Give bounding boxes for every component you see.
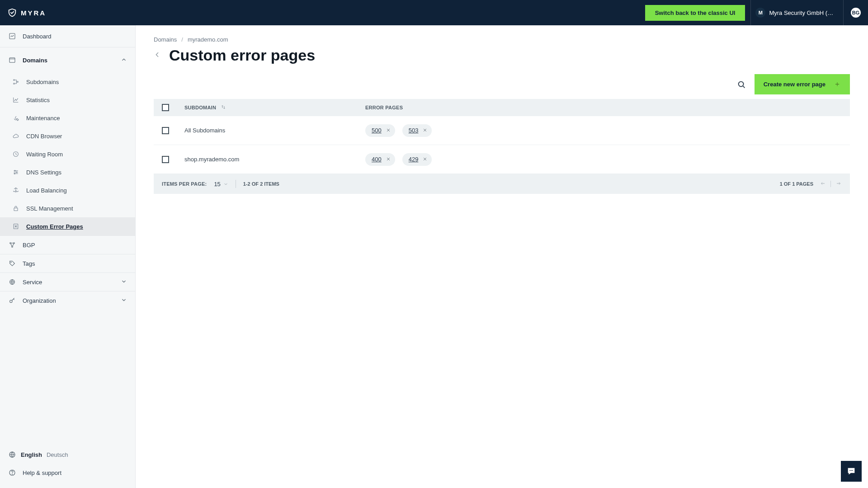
user-menu[interactable]: BG: [843, 0, 861, 25]
sidebar-item-label: Waiting Room: [26, 151, 63, 158]
pager: [820, 181, 842, 187]
svg-point-16: [10, 300, 12, 302]
sidebar-item-label: Service: [23, 279, 42, 286]
svg-point-11: [10, 243, 11, 244]
prev-page-button[interactable]: [820, 181, 826, 187]
page-title: Custom error pages: [169, 47, 315, 64]
sidebar-item-label: Maintenance: [26, 115, 60, 122]
subdomain-cell: All Subdomains: [184, 127, 225, 134]
lang-english[interactable]: English: [21, 451, 42, 458]
sidebar-item-organization[interactable]: Organization: [0, 291, 135, 310]
wrench-icon: [12, 114, 20, 122]
button-label: Create new error page: [764, 81, 826, 88]
search-button[interactable]: [736, 80, 746, 89]
sidebar-item-label: Load Balancing: [26, 187, 67, 194]
header-label: SUBDOMAIN: [184, 105, 216, 110]
row-checkbox[interactable]: [162, 127, 169, 134]
remove-chip-button[interactable]: [423, 156, 427, 163]
key-icon: [8, 296, 16, 305]
sidebar-item-tags[interactable]: Tags: [0, 254, 135, 272]
gauge-icon: [8, 32, 16, 40]
switch-classic-button[interactable]: Switch back to the classic UI: [645, 5, 745, 21]
sidebar-item-label: Tags: [23, 260, 35, 267]
sidebar-item-dns[interactable]: DNS Settings: [0, 163, 135, 181]
org-switcher[interactable]: M Myra Security GmbH (…: [750, 0, 838, 25]
page-error-icon: [12, 222, 20, 230]
svg-point-13: [12, 246, 13, 248]
tag-icon: [8, 259, 16, 267]
title-row: Custom error pages: [154, 47, 850, 64]
row-checkbox[interactable]: [162, 156, 169, 163]
brand-logo[interactable]: MYRA: [7, 8, 46, 18]
chevron-down-icon: [121, 297, 127, 305]
chat-fab[interactable]: [841, 461, 862, 482]
error-code-link[interactable]: 500: [372, 127, 382, 134]
language-switcher[interactable]: English Deutsch: [0, 446, 135, 464]
remove-chip-button[interactable]: [386, 156, 391, 163]
error-code-link[interactable]: 503: [409, 127, 419, 134]
error-code-link[interactable]: 429: [409, 156, 419, 163]
remove-chip-button[interactable]: [386, 127, 391, 134]
items-per-page-select[interactable]: 15: [214, 181, 228, 188]
col-subdomain-header[interactable]: SUBDOMAIN: [184, 104, 365, 111]
toolbar: Create new error page ＋: [154, 74, 850, 94]
sidebar-item-service[interactable]: Service: [0, 273, 135, 291]
svg-point-2: [14, 80, 15, 81]
page-indicator: 1 OF 1 PAGES: [780, 181, 813, 187]
divider: [830, 181, 831, 187]
breadcrumb-separator: /: [181, 36, 183, 43]
remove-chip-button[interactable]: [423, 127, 427, 134]
sidebar-item-custom-error-pages[interactable]: Custom Error Pages: [0, 217, 135, 235]
error-chips: 400 429: [365, 153, 842, 166]
svg-point-14: [11, 262, 11, 263]
sidebar-item-statistics[interactable]: Statistics: [0, 91, 135, 109]
create-error-page-button[interactable]: Create new error page ＋: [755, 74, 850, 94]
sidebar-item-bgp[interactable]: BGP: [0, 236, 135, 254]
lang-german[interactable]: Deutsch: [47, 451, 68, 458]
main-content: Domains / myrademo.com Custom error page…: [136, 25, 868, 488]
svg-point-12: [14, 243, 15, 244]
sliders-icon: [12, 168, 20, 176]
sidebar-item-dashboard[interactable]: Dashboard: [0, 25, 135, 47]
user-avatar-icon: BG: [851, 8, 861, 18]
lock-icon: [12, 204, 20, 212]
svg-point-19: [12, 474, 13, 474]
sidebar-item-waiting[interactable]: Waiting Room: [0, 145, 135, 163]
col-errorpages-header: ERROR PAGES: [365, 105, 842, 110]
sidebar-item-domains[interactable]: Domains: [0, 47, 135, 73]
table-row: All Subdomains 500 503: [154, 116, 850, 145]
error-chips: 500 503: [365, 124, 842, 137]
sidebar-item-cdn[interactable]: CDN Browser: [0, 127, 135, 145]
help-icon: [8, 469, 16, 477]
sidebar-item-label: Statistics: [26, 97, 50, 103]
app-header: MYRA Switch back to the classic UI M Myr…: [0, 0, 868, 25]
footer-left: ITEMS PER PAGE: 15 1-2 OF 2 ITEMS: [162, 180, 279, 188]
sidebar-item-maintenance[interactable]: Maintenance: [0, 109, 135, 127]
sidebar-item-loadbalancing[interactable]: Load Balancing: [0, 181, 135, 199]
error-chip: 400: [365, 153, 395, 166]
sidebar-item-label: Dashboard: [23, 33, 52, 40]
shield-icon: [7, 8, 17, 18]
clock-icon: [12, 150, 20, 158]
globe-icon: [8, 56, 16, 64]
sidebar-item-label: Domains: [23, 57, 47, 64]
error-code-link[interactable]: 400: [372, 156, 382, 163]
sidebar-item-label: BGP: [23, 242, 35, 249]
chart-icon: [12, 96, 20, 104]
sidebar-item-label: DNS Settings: [26, 169, 61, 176]
error-chip: 500: [365, 124, 395, 137]
sidebar-item-ssl[interactable]: SSL Management: [0, 199, 135, 217]
sidebar-item-help[interactable]: Help & support: [0, 464, 135, 482]
svg-point-20: [738, 81, 743, 86]
sidebar-item-subdomains[interactable]: Subdomains: [0, 73, 135, 91]
svg-point-22: [851, 470, 852, 471]
next-page-button[interactable]: [835, 181, 842, 187]
table-row: shop.myrademo.com 400 429: [154, 145, 850, 174]
back-button[interactable]: [154, 51, 161, 60]
select-all-checkbox[interactable]: [162, 104, 169, 111]
breadcrumb-root[interactable]: Domains: [154, 36, 177, 43]
header-label: ERROR PAGES: [365, 105, 403, 110]
subdomain-cell: shop.myrademo.com: [184, 156, 239, 163]
chevron-up-icon: [121, 56, 127, 64]
chevron-down-icon: [121, 278, 127, 286]
